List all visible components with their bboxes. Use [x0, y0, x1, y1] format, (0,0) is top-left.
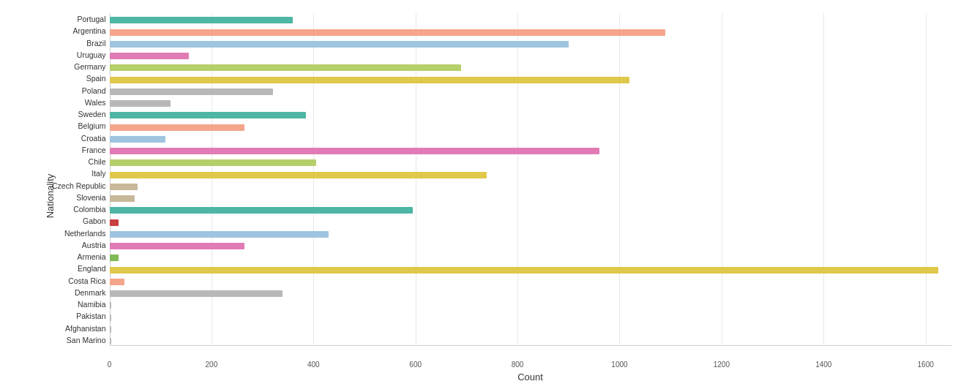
chart-container: Nationality PortugalArgentinaBrazilUrugu…: [0, 0, 980, 392]
x-axis-label: Count: [110, 372, 951, 382]
bar-fill: [110, 290, 283, 297]
bar-fill: [110, 314, 111, 321]
bar-fill: [110, 124, 245, 131]
bar-label: Netherlands: [26, 228, 106, 238]
bar-row: Denmark: [110, 287, 951, 298]
x-tick-label: 0: [108, 361, 112, 369]
bar-fill: [110, 302, 111, 309]
bar-fill: [110, 219, 119, 226]
bar-label: England: [26, 263, 106, 274]
bar-label: Namibia: [26, 299, 106, 309]
bar-fill: [110, 148, 599, 154]
bar-fill: [110, 243, 245, 249]
bar-fill: [110, 326, 111, 333]
x-tick-label: 1600: [918, 361, 934, 369]
bar-label: Sweden: [26, 109, 106, 119]
bar-fill: [110, 207, 414, 214]
x-tick-label: 1200: [714, 361, 730, 369]
bar-fill: [110, 17, 293, 23]
bar-label: Czech Republic: [26, 181, 106, 191]
bar-label: Colombia: [26, 204, 106, 214]
bar-row: Brazil: [110, 37, 951, 49]
bar-label: Belgium: [26, 121, 106, 131]
bar-fill: [110, 231, 329, 238]
bar-fill: [110, 29, 666, 36]
bar-label: Costa Rica: [26, 276, 106, 286]
x-tick-label: 1000: [611, 361, 627, 369]
x-tick-label: 1400: [815, 361, 831, 369]
bar-row: Poland: [110, 85, 951, 97]
bar-row: Austria: [110, 239, 951, 251]
x-tick-label: 800: [512, 361, 524, 369]
bar-label: San Marino: [26, 335, 106, 345]
bar-label: Austria: [26, 240, 106, 250]
bar-label: Afghanistan: [26, 323, 106, 333]
plot-area: PortugalArgentinaBrazilUruguayGermanySpa…: [110, 13, 951, 346]
bar-row: Pakistan: [110, 310, 951, 322]
bar-fill: [110, 255, 119, 261]
bar-row: San Marino: [110, 334, 951, 346]
bar-label: Argentina: [26, 26, 106, 36]
bar-row: England: [110, 263, 951, 274]
bar-row: Slovenia: [110, 192, 951, 203]
bar-fill: [110, 112, 306, 118]
bar-label: Brazil: [26, 38, 106, 48]
bar-fill: [110, 64, 462, 71]
bar-row: Chile: [110, 156, 951, 167]
bar-label: Wales: [26, 97, 106, 108]
bar-row: Italy: [110, 167, 951, 179]
bar-fill: [110, 136, 166, 143]
bar-fill: [110, 279, 125, 285]
bar-fill: [110, 172, 487, 178]
bar-row: Gabon: [110, 215, 951, 227]
x-tick-label: 600: [409, 361, 422, 369]
bar-fill: [110, 100, 171, 107]
bar-row: Colombia: [110, 203, 951, 215]
bar-label: Pakistan: [26, 311, 106, 321]
bar-fill: [110, 267, 939, 274]
bar-row: Czech Republic: [110, 180, 951, 192]
bar-row: Spain: [110, 72, 951, 84]
bar-label: Portugal: [26, 14, 106, 24]
x-tick-label: 400: [307, 361, 320, 369]
bar-row: France: [110, 144, 951, 156]
bar-row: Armenia: [110, 251, 951, 263]
bar-fill: [110, 53, 189, 59]
bar-label: Germany: [26, 61, 106, 72]
bar-label: France: [26, 145, 106, 155]
bar-label: Armenia: [26, 252, 106, 262]
bar-label: Uruguay: [26, 50, 106, 60]
bar-row: Portugal: [110, 13, 951, 25]
bar-label: Chile: [26, 157, 106, 167]
bar-row: Belgium: [110, 120, 951, 132]
bar-fill: [110, 338, 111, 344]
bar-row: Netherlands: [110, 227, 951, 239]
bar-label: Croatia: [26, 133, 106, 143]
bar-row: Wales: [110, 97, 951, 108]
chart-inner: Nationality PortugalArgentinaBrazilUrugu…: [22, 6, 959, 386]
bar-row: Argentina: [110, 25, 951, 37]
bar-row: Germany: [110, 61, 951, 72]
bar-label: Italy: [26, 168, 106, 178]
bar-label: Spain: [26, 73, 106, 83]
bar-row: Afghanistan: [110, 323, 951, 334]
bar-fill: [110, 77, 630, 83]
bar-label: Slovenia: [26, 192, 106, 203]
bar-fill: [110, 41, 569, 48]
bar-label: Poland: [26, 86, 106, 96]
bar-row: Sweden: [110, 108, 951, 120]
bar-fill: [110, 195, 135, 202]
bar-row: Costa Rica: [110, 275, 951, 287]
bar-row: Namibia: [110, 298, 951, 310]
bar-row: Croatia: [110, 132, 951, 144]
bar-label: Gabon: [26, 216, 106, 226]
bar-label: Denmark: [26, 287, 106, 298]
bar-fill: [110, 184, 138, 190]
bar-fill: [110, 88, 273, 95]
x-tick-label: 200: [206, 361, 218, 369]
bar-fill: [110, 159, 316, 166]
bar-row: Uruguay: [110, 49, 951, 61]
